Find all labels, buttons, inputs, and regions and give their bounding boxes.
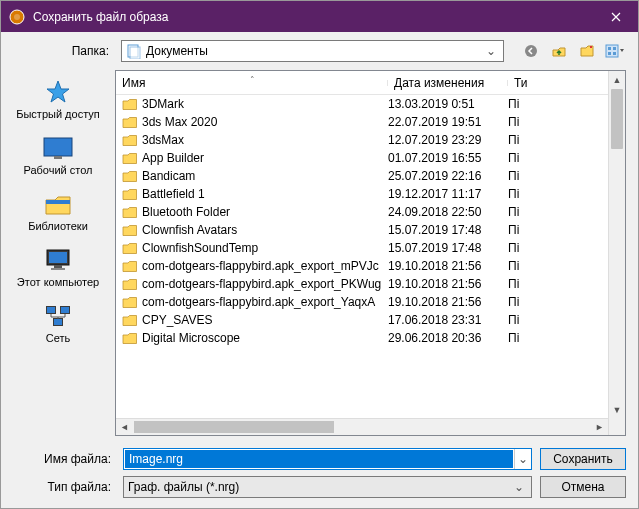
place-label: Сеть — [46, 332, 70, 344]
filename-input-wrap: ⌄ — [123, 448, 532, 470]
table-row[interactable]: com-dotgears-flappybird.apk_export_mPVJc… — [116, 257, 608, 275]
table-row[interactable]: Digital Microscope29.06.2018 20:36Пі — [116, 329, 608, 347]
sort-asc-icon: ˄ — [116, 75, 388, 85]
svg-rect-3 — [130, 47, 140, 59]
file-date: 19.10.2018 21:56 — [388, 277, 508, 291]
table-row[interactable]: ClownfishSoundTemp15.07.2019 17:48Пі — [116, 239, 608, 257]
save-dialog: Сохранить файл образа Папка: Документы ⌄ — [0, 0, 639, 509]
column-date[interactable]: Дата изменения — [388, 76, 508, 90]
file-type: Пі — [508, 223, 548, 237]
file-name: 3DMark — [142, 97, 388, 111]
star-icon — [42, 78, 74, 106]
place-quick-access[interactable]: Быстрый доступ — [1, 74, 115, 124]
svg-rect-7 — [613, 47, 616, 50]
svg-point-4 — [525, 45, 537, 57]
table-row[interactable]: App Builder01.07.2019 16:55Пі — [116, 149, 608, 167]
table-row[interactable]: 3DMark13.03.2019 0:51Пі — [116, 95, 608, 113]
table-row[interactable]: 3dsMax12.07.2019 23:29Пі — [116, 131, 608, 149]
place-libraries[interactable]: Библиотеки — [1, 186, 115, 236]
folder-icon — [122, 187, 138, 201]
file-type: Пі — [508, 277, 548, 291]
horizontal-scrollbar[interactable]: ◄ ► — [116, 418, 608, 435]
table-row[interactable]: CPY_SAVES17.06.2018 23:31Пі — [116, 311, 608, 329]
titlebar: Сохранить файл образа — [1, 1, 638, 32]
file-type: Пі — [508, 151, 548, 165]
column-name[interactable]: ˄Имя — [116, 76, 388, 90]
svg-rect-6 — [608, 47, 611, 50]
cancel-button[interactable]: Отмена — [540, 476, 626, 498]
filetype-value: Граф. файлы (*.nrg) — [128, 480, 511, 494]
fade-overlay — [116, 400, 608, 418]
svg-point-1 — [14, 14, 20, 20]
dialog-content: Папка: Документы ⌄ — [1, 32, 638, 508]
file-date: 12.07.2019 23:29 — [388, 133, 508, 147]
view-menu-button[interactable] — [604, 40, 626, 62]
scroll-thumb[interactable] — [611, 89, 623, 149]
svg-rect-20 — [61, 307, 69, 313]
file-name: Bandicam — [142, 169, 388, 183]
app-icon — [9, 9, 25, 25]
place-label: Быстрый доступ — [16, 108, 100, 120]
up-button[interactable] — [548, 40, 570, 62]
file-list: ˄Имя Дата изменения Ти 3DMark13.03.2019 … — [115, 70, 626, 436]
back-button[interactable] — [520, 40, 542, 62]
column-type[interactable]: Ти — [508, 76, 548, 90]
file-date: 17.06.2018 23:31 — [388, 313, 508, 327]
file-date: 29.06.2018 20:36 — [388, 331, 508, 345]
network-icon — [42, 302, 74, 330]
svg-rect-15 — [54, 265, 62, 268]
table-row[interactable]: Bluetooth Folder24.09.2018 22:50Пі — [116, 203, 608, 221]
place-this-pc[interactable]: Этот компьютер — [1, 242, 115, 292]
filetype-dropdown[interactable]: Граф. файлы (*.nrg) ⌄ — [123, 476, 532, 498]
folder-dropdown[interactable]: Документы ⌄ — [121, 40, 504, 62]
main-area: Быстрый доступ Рабочий стол Библиотеки Э… — [1, 70, 638, 436]
folder-icon — [122, 331, 138, 345]
table-row[interactable]: Battlefield 119.12.2017 11:17Пі — [116, 185, 608, 203]
table-row[interactable]: Clownfish Avatars15.07.2019 17:48Пі — [116, 221, 608, 239]
file-type: Пі — [508, 205, 548, 219]
chevron-down-icon: ⌄ — [483, 44, 499, 58]
close-button[interactable] — [593, 1, 638, 32]
place-network[interactable]: Сеть — [1, 298, 115, 348]
scroll-left-icon[interactable]: ◄ — [116, 419, 133, 435]
svg-rect-9 — [613, 52, 616, 55]
file-date: 24.09.2018 22:50 — [388, 205, 508, 219]
svg-rect-5 — [606, 45, 618, 57]
scroll-right-icon[interactable]: ► — [591, 419, 608, 435]
list-header: ˄Имя Дата изменения Ти — [116, 71, 608, 95]
file-type: Пі — [508, 331, 548, 345]
table-row[interactable]: Bandicam25.07.2019 22:16Пі — [116, 167, 608, 185]
file-date: 13.03.2019 0:51 — [388, 97, 508, 111]
nav-buttons — [520, 40, 626, 62]
table-row[interactable]: com-dotgears-flappybird.apk_export_YaqxA… — [116, 293, 608, 311]
scroll-thumb[interactable] — [134, 421, 334, 433]
folder-icon — [122, 241, 138, 255]
place-desktop[interactable]: Рабочий стол — [1, 130, 115, 180]
place-label: Библиотеки — [28, 220, 88, 232]
folder-icon — [122, 169, 138, 183]
file-date: 01.07.2019 16:55 — [388, 151, 508, 165]
folder-icon — [122, 223, 138, 237]
table-row[interactable]: com-dotgears-flappybird.apk_export_PKWug… — [116, 275, 608, 293]
filename-input[interactable] — [125, 450, 513, 468]
folder-name: Документы — [146, 44, 483, 58]
filename-dropdown-icon[interactable]: ⌄ — [514, 449, 531, 469]
file-name: Digital Microscope — [142, 331, 388, 345]
file-type: Пі — [508, 295, 548, 309]
file-type: Пі — [508, 97, 548, 111]
file-type: Пі — [508, 187, 548, 201]
svg-rect-16 — [51, 268, 65, 270]
file-date: 15.07.2019 17:48 — [388, 223, 508, 237]
scroll-down-icon[interactable]: ▼ — [609, 401, 625, 418]
vertical-scrollbar[interactable]: ▲ ▼ — [608, 71, 625, 435]
save-button[interactable]: Сохранить — [540, 448, 626, 470]
file-name: com-dotgears-flappybird.apk_export_PKWug — [142, 277, 388, 291]
file-name: com-dotgears-flappybird.apk_export_mPVJc — [142, 259, 388, 273]
new-folder-button[interactable] — [576, 40, 598, 62]
bottom-panel: Имя файла: ⌄ Сохранить Тип файла: Граф. … — [1, 436, 638, 508]
file-type: Пі — [508, 241, 548, 255]
table-row[interactable]: 3ds Max 202022.07.2019 19:51Пі — [116, 113, 608, 131]
folder-icon — [122, 133, 138, 147]
scroll-up-icon[interactable]: ▲ — [609, 71, 625, 88]
svg-rect-8 — [608, 52, 611, 55]
